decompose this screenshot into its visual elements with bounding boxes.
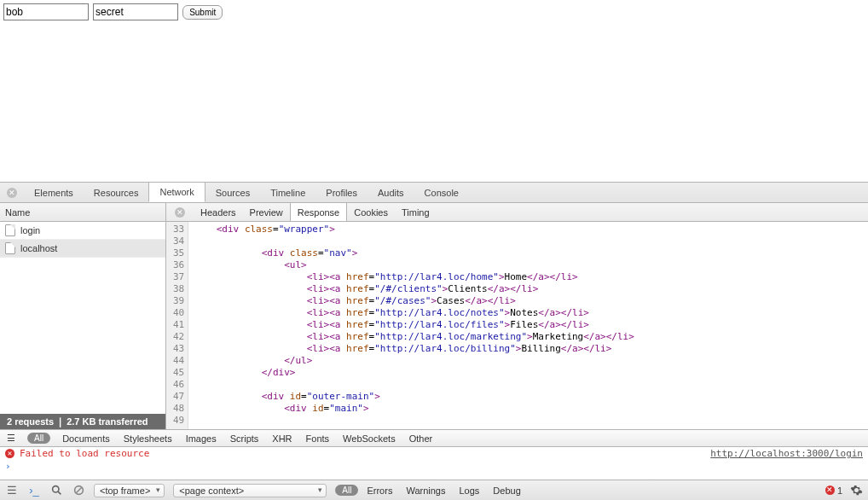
detail-tab-timing[interactable]: Timing — [395, 203, 437, 221]
document-icon — [5, 242, 15, 254]
tab-console[interactable]: Console — [414, 183, 469, 202]
password-input[interactable] — [93, 3, 178, 20]
filter-images[interactable]: Images — [186, 433, 217, 444]
response-body[interactable]: 3334353637383940414243444546474849 <div … — [166, 222, 868, 429]
clear-icon[interactable] — [72, 484, 85, 497]
requests-list: Name loginlocalhost 2 requests ❘ 2.7 KB … — [0, 203, 166, 429]
detail-tabbar: ✕ HeadersPreviewResponseCookiesTiming — [166, 203, 868, 222]
svg-point-0 — [52, 486, 58, 492]
tab-audits[interactable]: Audits — [367, 183, 414, 202]
tab-sources[interactable]: Sources — [205, 183, 260, 202]
tab-network[interactable]: Network — [148, 183, 205, 202]
console-error-source[interactable]: http://localhost:3000/login — [710, 448, 863, 459]
console-prompt[interactable]: › — [0, 460, 868, 473]
request-detail: ✕ HeadersPreviewResponseCookiesTiming 33… — [166, 203, 868, 429]
devtools-footer: ☰ ›_ <top frame> <page context> All Erro… — [0, 480, 868, 500]
tab-elements[interactable]: Elements — [24, 183, 84, 202]
error-count: 1 — [837, 485, 842, 496]
toggle-drawer-icon[interactable]: ☰ — [5, 484, 19, 497]
column-header-name[interactable]: Name — [0, 203, 165, 222]
code-content[interactable]: <div class="wrapper"> <div class="nav"> … — [188, 222, 639, 429]
detail-tab-cookies[interactable]: Cookies — [347, 203, 395, 221]
request-row[interactable]: login — [0, 222, 165, 240]
detail-tab-response[interactable]: Response — [290, 203, 348, 221]
filter-scripts[interactable]: Scripts — [230, 433, 259, 444]
error-dot-icon: ✕ — [825, 485, 835, 495]
filter-xhr[interactable]: XHR — [272, 433, 292, 444]
error-count-badge[interactable]: ✕ 1 — [825, 485, 842, 496]
chevron-right-icon: › — [5, 461, 11, 472]
detail-tab-headers[interactable]: Headers — [194, 203, 243, 221]
filter-other[interactable]: Other — [409, 433, 433, 444]
svg-line-1 — [58, 491, 61, 494]
filter-documents[interactable]: Documents — [62, 433, 110, 444]
footer-filter-all[interactable]: All — [335, 485, 358, 496]
devtools-tabbar: ✕ ElementsResourcesNetworkSourcesTimelin… — [0, 183, 868, 203]
close-icon[interactable]: ✕ — [7, 188, 17, 198]
error-icon: ✕ — [5, 449, 14, 458]
filter-websockets[interactable]: WebSockets — [343, 433, 396, 444]
settings-icon[interactable] — [849, 484, 863, 497]
tab-resources[interactable]: Resources — [84, 183, 149, 202]
filter-all[interactable]: All — [27, 433, 50, 444]
footer-filter-warnings[interactable]: Warnings — [406, 485, 445, 496]
close-detail-icon[interactable]: ✕ — [175, 207, 185, 218]
request-name: login — [20, 225, 40, 235]
console-toggle-icon[interactable]: ›_ — [27, 484, 41, 497]
frame-selector[interactable]: <top frame> — [94, 484, 165, 497]
search-icon[interactable] — [49, 484, 63, 497]
list-icon[interactable]: ☰ — [7, 433, 15, 444]
filter-fonts[interactable]: Fonts — [306, 433, 330, 444]
tab-timeline[interactable]: Timeline — [260, 183, 315, 202]
filter-stylesheets[interactable]: Stylesheets — [124, 433, 172, 444]
document-icon — [5, 224, 15, 236]
devtools-panel: ✕ ElementsResourcesNetworkSourcesTimelin… — [0, 183, 868, 500]
network-panel: Name loginlocalhost 2 requests ❘ 2.7 KB … — [0, 203, 868, 430]
console-output: ✕ Failed to load resource http://localho… — [0, 447, 868, 480]
username-input[interactable] — [3, 3, 89, 20]
request-row[interactable]: localhost — [0, 240, 165, 258]
line-gutter: 3334353637383940414243444546474849 — [166, 222, 188, 429]
context-selector[interactable]: <page context> — [173, 484, 327, 497]
console-error-text: Failed to load resource — [20, 448, 149, 459]
footer-filter-errors[interactable]: Errors — [367, 485, 392, 496]
requests-summary: 2 requests ❘ 2.7 KB transferred — [0, 414, 165, 429]
network-filter-bar: ☰ All DocumentsStylesheetsImagesScriptsX… — [0, 430, 868, 447]
footer-filter-debug[interactable]: Debug — [493, 485, 520, 496]
svg-line-3 — [76, 487, 82, 493]
detail-tab-preview[interactable]: Preview — [243, 203, 290, 221]
request-name: localhost — [20, 243, 57, 253]
footer-filter-logs[interactable]: Logs — [459, 485, 479, 496]
submit-button[interactable]: Submit — [182, 5, 223, 20]
console-error-line[interactable]: ✕ Failed to load resource http://localho… — [0, 447, 868, 460]
tab-profiles[interactable]: Profiles — [315, 183, 367, 202]
page-viewport: Submit — [0, 0, 868, 183]
